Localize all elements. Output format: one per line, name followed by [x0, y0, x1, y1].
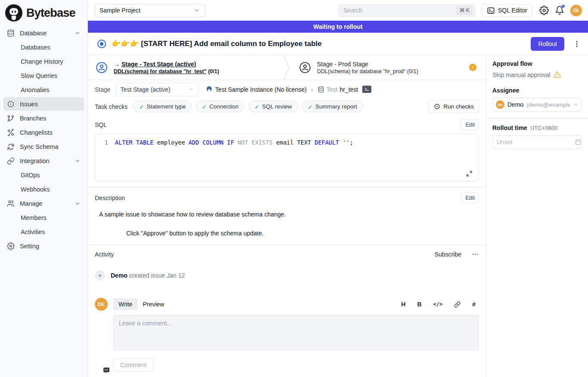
heading-format-icon[interactable]: H	[401, 301, 405, 308]
sidebar-item-branches[interactable]: Branches	[3, 111, 84, 125]
warning-triangle-icon	[554, 71, 561, 78]
assignee-name: Demo	[507, 101, 523, 108]
issue-detail-column: →Stage - Test Stage (active) DDL(schema)…	[88, 55, 486, 377]
check-connection[interactable]: ✓ Connection	[196, 101, 245, 112]
composer-tabs: Write Preview H B </> #	[113, 298, 479, 311]
database-link[interactable]: Test hr_test	[317, 86, 358, 93]
sql-edit-button[interactable]: Edit	[461, 120, 479, 130]
sidebar-item-slow-queries[interactable]: Slow Queries	[3, 69, 84, 82]
description-section: Description Edit A sample issue to showc…	[88, 187, 486, 244]
rollout-time-row: Rollout time UTC+0800	[492, 124, 582, 131]
database-name: hr_test	[339, 86, 358, 93]
instance-name: Test Sample Instance (No license)	[215, 86, 307, 93]
link-format-icon[interactable]	[454, 301, 460, 308]
rollout-time-picker[interactable]	[492, 135, 582, 149]
sidebar-item-webhooks[interactable]: Webhooks	[3, 182, 84, 196]
terminal-icon	[487, 6, 495, 15]
sidebar-item-setting[interactable]: Setting	[3, 239, 84, 253]
check-sql-review[interactable]: ✓ SQL review	[249, 101, 298, 112]
integration-link-icon	[7, 157, 15, 165]
bold-format-icon[interactable]: B	[417, 301, 421, 308]
bytebase-logo[interactable]: Bytebase	[0, 0, 87, 25]
sidebar-item-integration[interactable]: Integration	[3, 154, 84, 167]
rollout-button[interactable]: Rollout	[531, 37, 564, 51]
code-format-icon[interactable]: </>	[433, 301, 443, 307]
settings-gear-button[interactable]	[539, 6, 549, 15]
assignee-email: (demo@example	[526, 102, 570, 108]
check-statement-type[interactable]: ✓ Statement type	[133, 101, 192, 112]
description-edit-button[interactable]: Edit	[461, 192, 479, 203]
format-toolbar: H B </> #	[401, 301, 479, 308]
chevron-down-icon	[187, 86, 194, 93]
expand-fullscreen-icon[interactable]	[466, 170, 473, 177]
search-box[interactable]: ⌘ K	[339, 4, 476, 17]
approval-flow-label: Approval flow	[492, 60, 582, 67]
stage-card-prod[interactable]: Stage - Prod Stage DDL(schema) for datab…	[291, 55, 486, 80]
sidebar-nav: Database Databases Change History Slow Q…	[0, 25, 87, 254]
assignee-select[interactable]: DE Demo (demo@example	[492, 98, 582, 111]
open-in-sql-editor-icon[interactable]	[362, 86, 371, 93]
brand-name: Bytebase	[26, 6, 75, 20]
instance-link[interactable]: Test Sample Instance (No license)	[205, 86, 307, 93]
sync-refresh-icon	[7, 143, 15, 151]
check-icon: ✓	[139, 103, 144, 110]
subscribe-button[interactable]: Subscribe	[435, 251, 461, 258]
plus-icon: +	[95, 270, 105, 281]
sidebar-item-issues[interactable]: Issues	[3, 97, 84, 111]
user-avatar[interactable]: DE	[570, 5, 582, 16]
sidebar: Bytebase Database Databases Change Histo…	[0, 0, 88, 377]
stage-select-value: Test Stage (active)	[121, 86, 171, 93]
stage-card-test[interactable]: →Stage - Test Stage (active) DDL(schema)…	[88, 55, 283, 80]
notifications-bell-button[interactable]	[555, 6, 564, 15]
stage-label: Stage	[95, 86, 111, 93]
sidebar-item-activities[interactable]: Activities	[3, 225, 84, 238]
sidebar-item-manage[interactable]: Manage	[3, 197, 84, 210]
person-circle-icon-blue	[95, 61, 108, 74]
run-checks-button[interactable]: Run checks	[429, 100, 479, 113]
description-paragraph: Click "Approve" button to apply the sche…	[126, 230, 479, 237]
comment-input[interactable]	[113, 315, 479, 350]
sidebar-item-databases[interactable]: Databases	[3, 40, 84, 54]
stage-name: Stage - Prod Stage	[317, 61, 418, 68]
tab-preview[interactable]: Preview	[137, 298, 169, 310]
sidebar-item-gitops[interactable]: GitOps	[3, 168, 84, 182]
project-select[interactable]: Sample Project	[95, 4, 205, 17]
hash-format-icon[interactable]: #	[472, 301, 476, 308]
stage-selector-row: Stage Test Stage (active) Test Sample In…	[88, 80, 486, 99]
tab-write[interactable]: Write	[113, 298, 137, 310]
kebab-menu-icon[interactable]	[572, 40, 581, 48]
sql-editor-label: SQL Editor	[498, 7, 527, 14]
check-icon: ✓	[255, 103, 259, 110]
activity-label: Activity	[95, 251, 114, 258]
stage-text: Stage - Prod Stage DDL(schema) for datab…	[317, 61, 418, 74]
rollout-time-input[interactable]	[497, 139, 575, 145]
search-input[interactable]	[343, 7, 457, 14]
stage-name: Stage - Test Stage (active)	[121, 61, 196, 68]
check-summary-report[interactable]: ✓ Summary report	[302, 101, 363, 112]
postgres-icon	[205, 86, 213, 93]
sidebar-item-database[interactable]: Database	[3, 26, 84, 40]
sidebar-item-anomalies[interactable]: Anomalies	[3, 83, 84, 96]
chevron-down-icon	[193, 7, 200, 14]
more-options-icon[interactable]: ⋯	[472, 250, 479, 258]
sidebar-item-sync-schema[interactable]: Sync Schema	[3, 140, 84, 153]
comment-submit-button[interactable]: Comment	[113, 358, 153, 372]
chevron-down-icon	[75, 30, 81, 36]
content-row: →Stage - Test Stage (active) DDL(schema)…	[88, 55, 588, 377]
warning-circle-icon: !	[469, 64, 476, 71]
changelist-pencil-icon	[7, 129, 15, 136]
stage-text: →Stage - Test Stage (active) DDL(schema)…	[114, 61, 219, 74]
sidebar-item-changelists[interactable]: Changelists	[3, 126, 84, 139]
issue-side-panel: Approval flow Skip manual approval Assig…	[486, 55, 588, 377]
sql-label: SQL	[95, 121, 107, 128]
stage-select[interactable]: Test Stage (active)	[116, 83, 199, 96]
sql-editor-button[interactable]: SQL Editor	[482, 4, 532, 17]
sidebar-item-change-history[interactable]: Change History	[3, 55, 84, 68]
stage-task-count: (0/1)	[407, 68, 418, 74]
sql-section-header: SQL Edit	[88, 120, 486, 130]
description-paragraph: A sample issue to showcase how to review…	[99, 211, 479, 218]
main-area: Sample Project ⌘ K SQL Editor DE	[88, 0, 588, 377]
environment-name: Test	[327, 86, 338, 93]
sidebar-item-members[interactable]: Members	[3, 211, 84, 224]
chevron-down-icon	[75, 158, 81, 164]
